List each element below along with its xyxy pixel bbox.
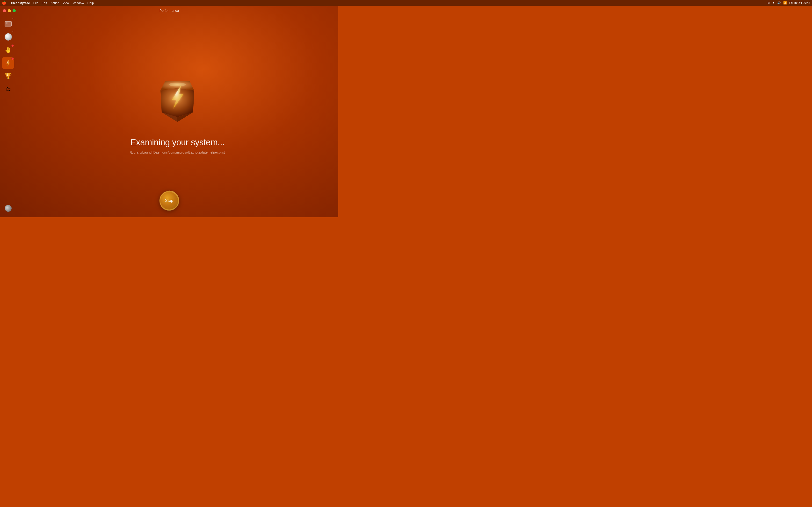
- app-icon-container: [144, 64, 211, 131]
- badge-dot: [11, 44, 14, 47]
- sidebar-item-user[interactable]: [2, 202, 14, 214]
- trophy-icon: 🏆: [5, 73, 12, 79]
- stop-button-container: Stop: [158, 190, 180, 212]
- circle-icon: [5, 33, 12, 41]
- sidebar-item-hand[interactable]: 🤚: [2, 44, 14, 56]
- sidebar-item-circle[interactable]: ✓: [2, 31, 14, 43]
- moon-icon: [5, 205, 12, 212]
- sidebar-item-scanner[interactable]: ✓: [2, 18, 14, 30]
- status-title: Examining your system...: [130, 137, 224, 148]
- status-path: /Library/LaunchDaemons/com.microsoft.aut…: [130, 151, 225, 154]
- apple-menu[interactable]: 🍎: [2, 1, 6, 5]
- window-title: Performance: [159, 9, 179, 12]
- folder-icon: 🗂: [5, 86, 11, 93]
- stop-button[interactable]: Stop: [159, 191, 179, 210]
- menu-view[interactable]: View: [63, 1, 69, 5]
- scanner-icon: [4, 20, 12, 28]
- hand-icon: 🤚: [5, 47, 12, 53]
- sidebar-item-trophy[interactable]: 🏆: [2, 70, 14, 82]
- app-name[interactable]: CleanMyMac: [11, 1, 30, 5]
- menu-bar-left: 🍎 CleanMyMac File Edit Action View Windo…: [2, 1, 94, 5]
- svg-marker-3: [6, 60, 10, 66]
- performance-icon: [146, 66, 209, 129]
- app-window: Performance ✓ ✓ 🤚: [0, 6, 338, 217]
- lightning-active-icon: [4, 59, 12, 67]
- svg-point-5: [169, 82, 186, 87]
- minimize-button[interactable]: [8, 9, 11, 12]
- menu-help[interactable]: Help: [87, 1, 94, 5]
- sidebar-item-performance[interactable]: [2, 57, 14, 69]
- badge-dot-2: [11, 57, 14, 60]
- menu-window[interactable]: Window: [73, 1, 84, 5]
- progress-ring: Stop: [158, 190, 180, 212]
- close-button[interactable]: [3, 9, 6, 12]
- menu-bar: 🍎 CleanMyMac File Edit Action View Windo…: [0, 0, 338, 6]
- main-content: Examining your system... /Library/Launch…: [16, 15, 338, 217]
- traffic-lights: [3, 9, 16, 12]
- maximize-button[interactable]: [12, 9, 16, 12]
- menu-file[interactable]: File: [33, 1, 39, 5]
- title-bar: Performance: [0, 6, 338, 15]
- check-icon: ✓: [12, 17, 14, 20]
- sidebar: ✓ ✓ 🤚: [0, 15, 16, 217]
- menu-action[interactable]: Action: [51, 1, 59, 5]
- check-icon-2: ✓: [12, 30, 14, 33]
- svg-rect-2: [6, 22, 7, 24]
- menu-edit[interactable]: Edit: [42, 1, 47, 5]
- sidebar-item-folder[interactable]: 🗂: [2, 83, 14, 95]
